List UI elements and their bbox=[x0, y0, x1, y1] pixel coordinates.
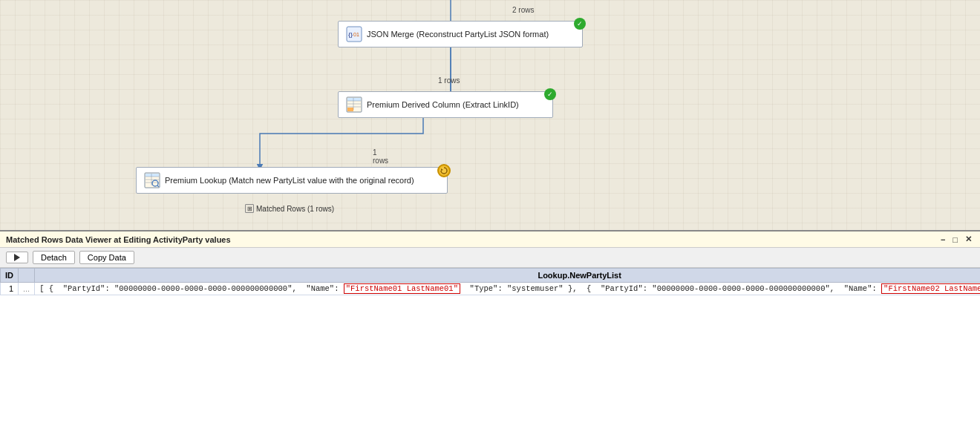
col-dots bbox=[19, 269, 35, 283]
table-row: 1 ... [ { "PartyId": "00000000-0000-0000… bbox=[1, 283, 981, 295]
data-viewer-panel: Matched Rows Data Viewer at Editing Acti… bbox=[0, 230, 980, 440]
node-premium-derived-label: Premium Derived Column (Extract LinkID) bbox=[367, 100, 519, 109]
highlight-firstname02: "FirstName02 LastName02" bbox=[881, 283, 980, 294]
close-button[interactable]: ✕ bbox=[963, 234, 974, 244]
node-derived-badge: ✓ bbox=[544, 88, 556, 100]
node-premium-lookup-label: Premium Lookup (Match new PartyList valu… bbox=[165, 176, 414, 185]
highlight-firstname01: "FirstName01 LastName01" bbox=[344, 283, 460, 294]
cell-id: 1 bbox=[1, 283, 19, 295]
data-middle: "Type": "systemuser" }, { "PartyId": "00… bbox=[460, 284, 881, 293]
col-id: ID bbox=[1, 269, 19, 283]
matched-rows-label: ⊞ Matched Rows (1 rows) bbox=[245, 204, 334, 213]
node-premium-lookup[interactable]: Premium Lookup (Match new PartyList valu… bbox=[136, 167, 448, 194]
svg-rect-9 bbox=[347, 98, 361, 101]
col-lookup: Lookup.NewPartyList bbox=[35, 269, 980, 283]
table-header-row: ID Lookup.NewPartyList bbox=[1, 269, 981, 283]
data-table-wrapper[interactable]: ID Lookup.NewPartyList 1 ... [ { "PartyI… bbox=[0, 268, 980, 440]
data-viewer-toolbar: Detach Copy Data bbox=[0, 248, 980, 268]
node-lookup-badge bbox=[437, 164, 451, 177]
derived-column-icon bbox=[346, 96, 362, 113]
json-merge-icon: {} 0 1 bbox=[346, 26, 362, 42]
canvas-area: 2 rows 1 rows 1 rows {} 0 1 JSON Merge (… bbox=[0, 0, 980, 230]
restore-button[interactable]: □ bbox=[950, 235, 960, 244]
row-label-1rows-1: 1 rows bbox=[438, 76, 460, 85]
data-table: ID Lookup.NewPartyList 1 ... [ { "PartyI… bbox=[0, 268, 980, 295]
node-premium-derived[interactable]: Premium Derived Column (Extract LinkID) … bbox=[338, 91, 553, 118]
svg-marker-23 bbox=[441, 168, 443, 171]
node-json-merge-badge: ✓ bbox=[574, 18, 586, 30]
matched-rows-icon: ⊞ bbox=[245, 204, 254, 213]
row-label-2rows: 2 rows bbox=[512, 6, 534, 14]
data-prefix: [ { "PartyId": "00000000-0000-0000-0000-… bbox=[39, 284, 344, 293]
titlebar-controls: − □ ✕ bbox=[938, 234, 974, 244]
cell-data: [ { "PartyId": "00000000-0000-0000-0000-… bbox=[35, 283, 980, 295]
svg-rect-16 bbox=[146, 174, 159, 177]
node-json-merge[interactable]: {} 0 1 JSON Merge (Reconstruct PartyList… bbox=[338, 21, 583, 47]
play-icon bbox=[14, 254, 20, 261]
data-viewer-titlebar: Matched Rows Data Viewer at Editing Acti… bbox=[0, 232, 980, 248]
svg-rect-14 bbox=[347, 108, 353, 111]
svg-text:{}: {} bbox=[348, 31, 353, 38]
play-button[interactable] bbox=[6, 252, 28, 263]
cell-dots: ... bbox=[19, 283, 35, 295]
lookup-icon bbox=[144, 172, 160, 188]
node-json-merge-label: JSON Merge (Reconstruct PartyList JSON f… bbox=[367, 30, 549, 39]
minimize-button[interactable]: − bbox=[938, 235, 947, 244]
data-viewer-title: Matched Rows Data Viewer at Editing Acti… bbox=[6, 235, 231, 244]
detach-button[interactable]: Detach bbox=[33, 251, 75, 264]
copy-data-button[interactable]: Copy Data bbox=[79, 251, 134, 264]
svg-text:1: 1 bbox=[356, 32, 359, 37]
